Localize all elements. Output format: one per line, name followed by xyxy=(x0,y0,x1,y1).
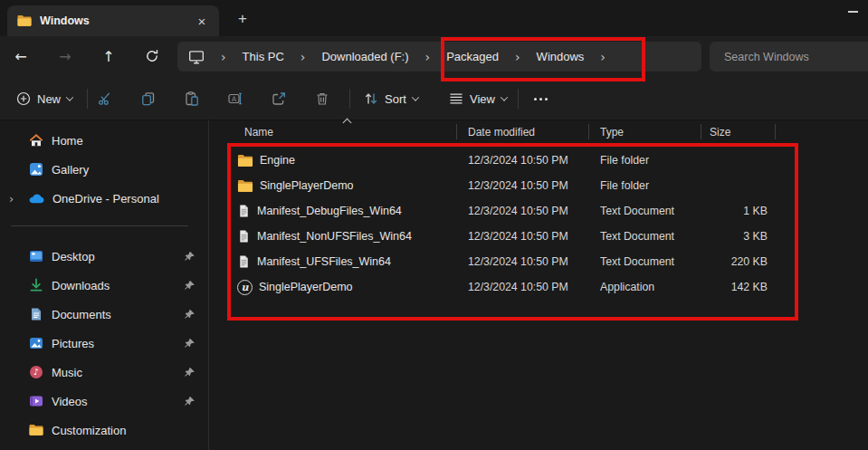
file-row-singleplayerdemo-folder[interactable]: SinglePlayerDemo 12/3/2024 10:50 PM File… xyxy=(228,173,775,198)
file-size: 220 KB xyxy=(701,255,775,268)
new-plus-icon xyxy=(16,91,31,106)
file-list: Engine 12/3/2024 10:50 PM File folder Si… xyxy=(228,148,775,300)
sidebar-divider xyxy=(11,225,188,226)
sidebar-item-label: Downloads xyxy=(52,279,110,292)
sidebar-item-pictures[interactable]: Pictures xyxy=(0,329,217,358)
sidebar-item-gallery[interactable]: Gallery xyxy=(0,155,217,184)
sidebar-item-home[interactable]: Home xyxy=(0,126,217,155)
file-size: 3 KB xyxy=(701,230,775,243)
view-button[interactable]: View xyxy=(440,84,516,113)
delete-button[interactable] xyxy=(308,84,337,113)
pictures-icon xyxy=(29,336,43,350)
sort-button[interactable]: Sort xyxy=(355,84,427,113)
file-name: SinglePlayerDemo xyxy=(260,179,354,192)
chevron-down-icon xyxy=(501,93,508,101)
sidebar-item-label: Videos xyxy=(52,395,88,408)
this-pc-icon[interactable] xyxy=(188,49,205,65)
sidebar-item-downloads[interactable]: Downloads xyxy=(0,271,217,300)
column-header-row: Name Date modified Type Size xyxy=(228,120,775,144)
column-header-type[interactable]: Type xyxy=(588,120,701,144)
sidebar-item-label: Documents xyxy=(52,308,111,321)
text-document-icon xyxy=(237,204,251,218)
downloads-icon xyxy=(29,278,43,292)
more-options-button[interactable] xyxy=(525,84,557,113)
sidebar-item-videos[interactable]: Videos xyxy=(0,387,217,416)
sidebar-item-customization[interactable]: Customization xyxy=(0,416,217,445)
paste-icon xyxy=(185,91,199,106)
file-row-manifest-nonufsfiles[interactable]: Manifest_NonUFSFiles_Win64 12/3/2024 10:… xyxy=(228,224,775,249)
breadcrumb-item-drive[interactable]: Downloaded (F:) xyxy=(321,50,408,63)
chevron-right-icon[interactable]: › xyxy=(425,50,431,64)
chevron-right-icon[interactable]: › xyxy=(600,50,606,64)
unreal-engine-icon xyxy=(237,280,253,295)
sidebar-item-onedrive[interactable]: › OneDrive - Personal xyxy=(0,184,217,213)
close-tab-icon[interactable]: × xyxy=(192,11,212,31)
sidebar-item-desktop[interactable]: Desktop xyxy=(0,242,217,271)
sidebar-item-label: Customization xyxy=(52,424,126,437)
column-divider[interactable] xyxy=(701,124,701,139)
copy-button[interactable] xyxy=(134,84,163,113)
file-size: 142 KB xyxy=(701,281,775,293)
chevron-right-icon[interactable]: › xyxy=(221,50,226,64)
column-divider[interactable] xyxy=(456,124,457,139)
forward-button[interactable]: → xyxy=(51,43,80,70)
file-row-engine[interactable]: Engine 12/3/2024 10:50 PM File folder xyxy=(228,148,775,173)
file-row-singleplayerdemo-app[interactable]: SinglePlayerDemo 12/3/2024 10:50 PM Appl… xyxy=(228,274,775,300)
sidebar-item-documents[interactable]: Documents xyxy=(0,300,217,329)
search-box[interactable] xyxy=(710,42,868,72)
column-header-date-modified[interactable]: Date modified xyxy=(456,120,588,144)
minimize-button[interactable] xyxy=(838,2,867,22)
refresh-button[interactable] xyxy=(138,43,167,70)
copy-icon xyxy=(141,91,156,106)
sidebar-item-label: Gallery xyxy=(52,163,89,177)
file-date: 12/3/2024 10:50 PM xyxy=(456,230,588,243)
cut-button[interactable] xyxy=(91,84,119,113)
chevron-down-icon xyxy=(412,93,419,101)
share-button[interactable] xyxy=(264,84,293,113)
folder-icon xyxy=(17,14,32,27)
chevron-expand-icon[interactable]: › xyxy=(9,184,14,213)
text-document-icon xyxy=(237,229,251,244)
back-button[interactable]: ← xyxy=(6,43,35,70)
up-button[interactable]: ↑ xyxy=(94,43,123,70)
title-bar: Windows × + xyxy=(0,0,868,36)
file-type: File folder xyxy=(588,179,701,192)
rename-button[interactable] xyxy=(221,84,250,113)
sort-ascending-icon xyxy=(343,119,352,128)
more-options-icon xyxy=(534,98,548,101)
navigation-pane: Home Gallery › OneDrive - Personal Deskt… xyxy=(0,120,217,450)
pin-icon xyxy=(184,309,196,321)
file-type: Text Document xyxy=(588,255,701,268)
pin-icon xyxy=(184,280,196,292)
breadcrumb-item-windows[interactable]: Windows xyxy=(537,50,585,63)
chevron-right-icon[interactable]: › xyxy=(300,50,306,64)
paste-button[interactable] xyxy=(177,84,206,113)
column-divider[interactable] xyxy=(775,124,776,139)
view-lines-icon xyxy=(449,91,463,106)
tab-title: Windows xyxy=(40,14,192,27)
file-row-manifest-ufsfiles[interactable]: Manifest_UFSFiles_Win64 12/3/2024 10:50 … xyxy=(228,249,775,274)
command-bar: New Sort xyxy=(0,77,868,120)
rename-icon xyxy=(228,91,243,106)
column-divider[interactable] xyxy=(588,124,589,139)
explorer-tab[interactable]: Windows × xyxy=(7,5,219,36)
breadcrumb-item-packaged[interactable]: Packaged xyxy=(446,50,499,63)
pin-icon xyxy=(184,338,196,349)
videos-icon xyxy=(29,394,43,408)
pin-icon xyxy=(184,396,196,407)
column-header-name[interactable]: Name xyxy=(228,120,456,144)
column-header-size[interactable]: Size xyxy=(701,120,775,144)
chevron-right-icon[interactable]: › xyxy=(515,50,520,64)
file-size: 1 KB xyxy=(701,205,775,217)
folder-icon xyxy=(29,424,43,436)
sidebar-item-music[interactable]: Music xyxy=(0,358,217,387)
breadcrumb-item-this-pc[interactable]: This PC xyxy=(243,50,284,63)
new-button[interactable]: New xyxy=(7,84,81,113)
file-date: 12/3/2024 10:50 PM xyxy=(456,205,588,217)
search-input[interactable] xyxy=(710,51,868,63)
file-row-manifest-debugfiles[interactable]: Manifest_DebugFiles_Win64 12/3/2024 10:5… xyxy=(228,198,775,224)
file-name: Engine xyxy=(260,154,295,167)
file-type: File folder xyxy=(588,154,701,167)
new-tab-button[interactable]: + xyxy=(232,9,253,29)
file-name: Manifest_NonUFSFiles_Win64 xyxy=(257,230,412,243)
